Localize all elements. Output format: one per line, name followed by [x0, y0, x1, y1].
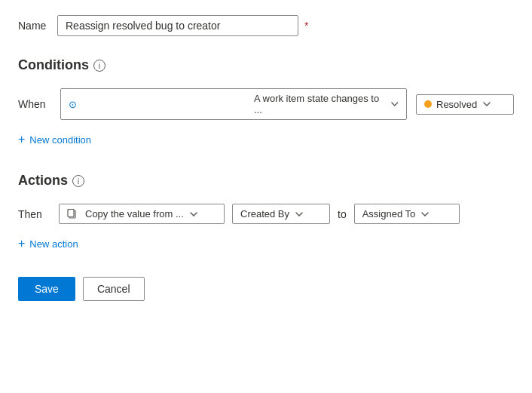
- condition-dropdown-text: A work item state changes to ...: [254, 93, 385, 115]
- new-condition-button[interactable]: + New condition: [18, 130, 514, 149]
- when-label: When: [18, 98, 51, 110]
- actions-title: Actions: [18, 173, 68, 189]
- assigned-to-chevron-icon: [421, 212, 429, 216]
- cancel-button[interactable]: Cancel: [83, 277, 145, 301]
- save-button[interactable]: Save: [18, 277, 75, 301]
- resolved-chevron-icon: [483, 102, 491, 106]
- copy-dropdown[interactable]: Copy the value from ...: [59, 204, 225, 224]
- condition-chevron-icon: [391, 102, 399, 106]
- new-condition-plus-icon: +: [18, 134, 25, 146]
- when-row: When ⊙ A work item state changes to ... …: [18, 88, 514, 120]
- actions-heading: Actions i: [18, 173, 514, 189]
- resolved-text: Resolved: [436, 99, 477, 110]
- new-action-label: New action: [29, 238, 78, 250]
- actions-info-icon[interactable]: i: [72, 175, 84, 187]
- to-label: to: [338, 208, 347, 220]
- copy-chevron-icon: [190, 212, 197, 216]
- new-action-button[interactable]: + New action: [18, 235, 514, 253]
- button-row: Save Cancel: [18, 277, 514, 301]
- created-by-dropdown[interactable]: Created By: [232, 204, 330, 224]
- assigned-to-text: Assigned To: [362, 208, 416, 220]
- then-label: Then: [18, 208, 51, 220]
- resolved-dropdown[interactable]: Resolved: [416, 94, 514, 115]
- new-action-plus-icon: +: [18, 238, 25, 250]
- required-star: *: [304, 20, 308, 32]
- condition-icon: ⊙: [69, 99, 249, 110]
- then-row: Then Copy the value from ... Created By …: [18, 204, 514, 224]
- conditions-title: Conditions: [18, 57, 89, 73]
- assigned-to-dropdown[interactable]: Assigned To: [354, 204, 460, 224]
- conditions-info-icon[interactable]: i: [93, 60, 105, 72]
- name-label: Name: [18, 20, 51, 32]
- created-by-text: Created By: [240, 208, 289, 220]
- svg-rect-1: [68, 209, 74, 216]
- name-row: Name *: [18, 15, 514, 36]
- copy-icon: [67, 209, 78, 220]
- resolved-dot: [424, 100, 432, 108]
- condition-dropdown[interactable]: ⊙ A work item state changes to ...: [60, 88, 407, 120]
- conditions-heading: Conditions i: [18, 57, 514, 73]
- name-input[interactable]: [57, 15, 298, 36]
- conditions-section: Conditions i When ⊙ A work item state ch…: [18, 57, 514, 149]
- new-condition-label: New condition: [29, 134, 91, 146]
- copy-svg-icon: [67, 209, 78, 220]
- actions-section: Actions i Then Copy the value from ... C…: [18, 173, 514, 253]
- copy-dropdown-text: Copy the value from ...: [85, 208, 184, 220]
- created-by-chevron-icon: [295, 212, 303, 216]
